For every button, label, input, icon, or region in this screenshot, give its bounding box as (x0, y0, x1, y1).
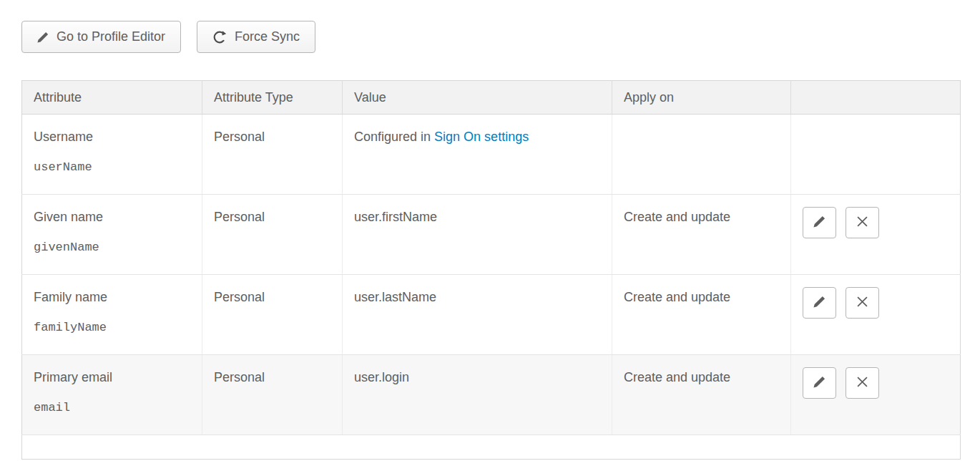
attribute-cell: Given name givenName (22, 195, 202, 275)
table-row: Given name givenName Personal user.first… (22, 195, 961, 275)
empty-row (22, 435, 961, 460)
attribute-type: Personal (214, 290, 265, 304)
attribute-variable-name: email (34, 401, 190, 414)
value-text: user.lastName (354, 290, 436, 304)
actions-cell (791, 115, 961, 195)
header-attribute: Attribute (22, 81, 202, 115)
x-icon (857, 377, 868, 389)
attribute-type: Personal (214, 130, 265, 144)
value-cell: user.firstName (343, 195, 612, 275)
refresh-icon (212, 30, 227, 44)
x-icon (857, 296, 868, 309)
value-text: user.login (354, 370, 409, 384)
table-row: Primary email email Personal user.login … (22, 355, 961, 435)
sign-on-settings-link[interactable]: Sign On settings (434, 130, 529, 144)
edit-mapping-button[interactable] (803, 367, 836, 399)
attribute-type-cell: Personal (202, 275, 343, 355)
apply-on: Create and update (624, 290, 730, 304)
attribute-type: Personal (214, 370, 265, 384)
attribute-cell: Username userName (22, 115, 202, 195)
attribute-mapping-table: Attribute Attribute Type Value Apply on … (21, 80, 961, 460)
apply-on-cell: Create and update (612, 355, 791, 435)
apply-on: Create and update (624, 210, 730, 224)
header-actions (791, 81, 961, 115)
toolbar: Go to Profile Editor Force Sync (21, 21, 960, 53)
pencil-icon (37, 31, 49, 43)
x-icon (857, 216, 868, 229)
apply-on: Create and update (624, 370, 730, 384)
row-actions (803, 207, 949, 238)
apply-on-cell: Create and update (612, 195, 791, 275)
attribute-type-cell: Personal (202, 115, 343, 195)
row-actions (803, 367, 949, 399)
actions-cell (791, 195, 961, 275)
header-attribute-type: Attribute Type (202, 81, 343, 115)
row-actions (803, 287, 949, 319)
force-sync-button[interactable]: Force Sync (197, 21, 315, 53)
attribute-cell: Primary email email (22, 355, 202, 435)
table-header: Attribute Attribute Type Value Apply on (22, 81, 961, 115)
attribute-mappings-page: Go to Profile Editor Force Sync Attribut… (0, 0, 980, 460)
pencil-icon (813, 376, 825, 390)
attribute-type-cell: Personal (202, 355, 343, 435)
attribute-variable-name: familyName (34, 321, 190, 334)
force-sync-label: Force Sync (235, 29, 300, 44)
pencil-icon (813, 215, 825, 230)
go-to-profile-editor-button[interactable]: Go to Profile Editor (21, 21, 181, 53)
attribute-type: Personal (214, 210, 265, 224)
table-row: Family name familyName Personal user.las… (22, 275, 961, 355)
remove-mapping-button[interactable] (846, 287, 879, 319)
header-value: Value (343, 81, 612, 115)
value-cell: user.lastName (343, 275, 612, 355)
apply-on-cell: Create and update (612, 275, 791, 355)
value-text: user.firstName (354, 210, 437, 224)
attribute-type-cell: Personal (202, 195, 343, 275)
value-cell: Configured in Sign On settings (343, 115, 612, 195)
value-cell: user.login (343, 355, 612, 435)
edit-mapping-button[interactable] (803, 287, 836, 319)
apply-on-cell (612, 115, 791, 195)
table-header-row: Attribute Attribute Type Value Apply on (22, 81, 961, 115)
table-row: Username userName Personal Configured in… (22, 115, 961, 195)
value-text: Configured in (354, 130, 434, 144)
remove-mapping-button[interactable] (846, 207, 879, 238)
remove-mapping-button[interactable] (846, 367, 879, 399)
attribute-label: Username (34, 130, 190, 145)
attribute-cell: Family name familyName (22, 275, 202, 355)
attribute-variable-name: givenName (34, 241, 190, 254)
pencil-icon (813, 296, 825, 310)
actions-cell (791, 355, 961, 435)
actions-cell (791, 275, 961, 355)
attribute-label: Family name (34, 290, 190, 305)
attribute-label: Primary email (34, 370, 190, 385)
edit-mapping-button[interactable] (803, 207, 836, 238)
attribute-label: Given name (34, 210, 190, 225)
header-apply-on: Apply on (612, 81, 791, 115)
table-body: Username userName Personal Configured in… (22, 115, 961, 460)
attribute-variable-name: userName (34, 160, 190, 174)
go-to-profile-editor-label: Go to Profile Editor (57, 29, 165, 44)
